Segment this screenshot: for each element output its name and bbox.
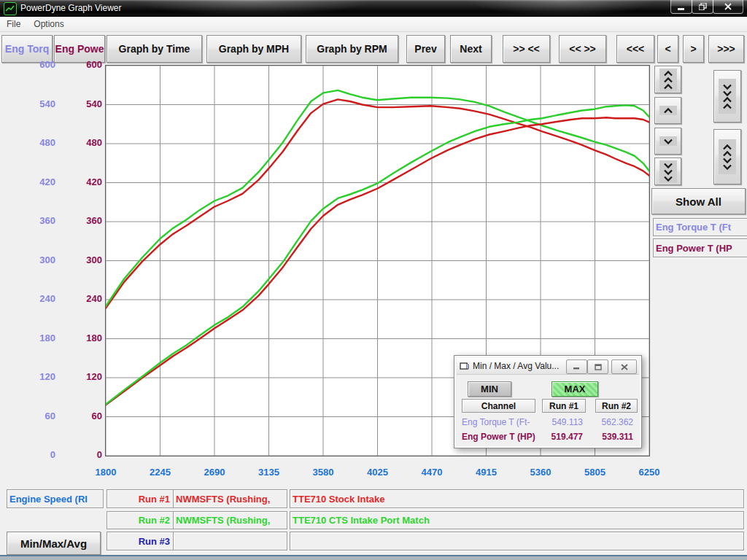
graph-by-mph[interactable]: Graph by MPH bbox=[206, 35, 301, 63]
scale-up-button[interactable] bbox=[654, 97, 681, 124]
menu-options[interactable]: Options bbox=[27, 18, 70, 31]
minmax-avg-button[interactable]: Min/Max/Avg bbox=[7, 532, 101, 555]
menu-bar: FileOptions bbox=[0, 17, 747, 32]
mm-run2-value-2: 539.311 bbox=[589, 432, 633, 443]
mm-minimize-button[interactable] bbox=[566, 359, 587, 374]
rpm-tick-3580: 3580 bbox=[303, 467, 344, 478]
compress-range-button[interactable] bbox=[713, 70, 741, 122]
window-title: PowerDyne Graph Viewer bbox=[20, 3, 122, 13]
titlebar-glass bbox=[467, 0, 657, 16]
power-tick-60: 60 bbox=[73, 411, 102, 421]
rpm-tick-4470: 4470 bbox=[411, 467, 452, 478]
run3-description-field[interactable] bbox=[290, 532, 744, 551]
torque-tick-420: 420 bbox=[26, 177, 55, 187]
graph-by-time[interactable]: Graph by Time bbox=[107, 35, 202, 63]
menu-file[interactable]: File bbox=[0, 18, 27, 31]
titlebar-glass bbox=[131, 0, 372, 16]
column-header-channel[interactable]: Channel bbox=[462, 399, 535, 413]
torque-tick-180: 180 bbox=[26, 333, 55, 343]
minimize-button[interactable] bbox=[670, 0, 692, 14]
show-all-button[interactable]: Show All bbox=[651, 188, 746, 214]
torque-tick-540: 540 bbox=[26, 99, 55, 109]
run2-label-box: Run #2 bbox=[107, 511, 174, 529]
mm-close-button[interactable] bbox=[611, 359, 637, 374]
next-button[interactable]: Next bbox=[450, 35, 492, 63]
mm-run1-value-2: 519.477 bbox=[542, 432, 583, 443]
torque-tick-300: 300 bbox=[26, 255, 55, 265]
expand-range-button[interactable] bbox=[713, 129, 741, 184]
chevron-down-icon bbox=[659, 136, 677, 146]
scale-down-fast-button[interactable] bbox=[654, 158, 681, 185]
minmax-title: Min / Max / Avg Valu... bbox=[473, 361, 559, 371]
close-button[interactable] bbox=[713, 0, 743, 14]
scroll-first-button[interactable]: <<< bbox=[616, 35, 654, 63]
restore-button[interactable] bbox=[692, 0, 713, 14]
rpm-tick-1800: 1800 bbox=[85, 467, 126, 478]
torque-tick-0: 0 bbox=[26, 450, 55, 460]
minmax-window-icon bbox=[460, 362, 469, 370]
power-tick-420: 420 bbox=[73, 177, 102, 187]
minmax-titlebar[interactable]: Min / Max / Avg Valu... bbox=[457, 358, 639, 375]
chevron-triple-up-icon bbox=[659, 69, 677, 91]
mm-run2-value-1: 562.362 bbox=[589, 417, 633, 429]
torque-tick-360: 360 bbox=[26, 216, 55, 226]
run1-dyno-field[interactable]: NWMSFTS (Rushing, bbox=[173, 489, 287, 508]
power-tick-360: 360 bbox=[73, 216, 102, 226]
torque-tick-120: 120 bbox=[26, 372, 55, 382]
power-tick-120: 120 bbox=[73, 372, 102, 382]
title-bar: PowerDyne Graph Viewer bbox=[0, 0, 747, 17]
column-header-run-2[interactable]: Run #2 bbox=[595, 399, 638, 413]
rpm-tick-2245: 2245 bbox=[140, 467, 181, 478]
mm-channel-1: Eng Torque T (Ft- bbox=[462, 417, 542, 429]
run2-dyno-field[interactable]: NWMSFTS (Rushing, bbox=[173, 511, 287, 529]
rpm-tick-4915: 4915 bbox=[466, 467, 507, 478]
power-tick-600: 600 bbox=[73, 60, 102, 70]
run3-dyno-field[interactable] bbox=[173, 532, 287, 551]
run1-description-field[interactable]: TTE710 Stock Intake bbox=[290, 489, 744, 508]
rpm-tick-4025: 4025 bbox=[357, 467, 398, 478]
min-toggle-button[interactable]: MIN bbox=[468, 381, 511, 397]
rpm-tick-2690: 2690 bbox=[194, 467, 235, 478]
mm-channel-2: Eng Power T (HP) bbox=[462, 432, 542, 443]
mm-restore-button[interactable] bbox=[587, 359, 608, 374]
minmax-window: Min / Max / Avg Valu... MIN MAX ChannelR… bbox=[454, 355, 642, 448]
max-toggle-button[interactable]: MAX bbox=[551, 381, 598, 397]
scale-up-fast-button[interactable] bbox=[654, 66, 681, 93]
power-tick-540: 540 bbox=[73, 99, 102, 109]
chevron-triple-down-icon bbox=[659, 160, 677, 183]
run3-label-box: Run #3 bbox=[107, 532, 174, 551]
scroll-right-button[interactable]: > bbox=[683, 35, 704, 63]
power-tick-180: 180 bbox=[73, 333, 102, 343]
torque-tick-60: 60 bbox=[26, 411, 55, 421]
window-bottom-edge bbox=[0, 555, 747, 560]
run1-label-box: Run #1 bbox=[107, 489, 174, 508]
torque-channel-label[interactable]: Eng Torque T (Ft bbox=[653, 218, 747, 236]
chevrons-compress-icon bbox=[719, 79, 736, 114]
graph-by-rpm[interactable]: Graph by RPM bbox=[306, 35, 398, 63]
chevrons-expand-icon bbox=[719, 139, 736, 174]
torque-tick-600: 600 bbox=[26, 60, 55, 70]
scroll-left-button[interactable]: < bbox=[657, 35, 678, 63]
prev-button[interactable]: Prev bbox=[406, 35, 445, 63]
zoom-in-button[interactable]: >> << bbox=[503, 35, 550, 63]
rpm-tick-6250: 6250 bbox=[629, 467, 670, 478]
scroll-last-button[interactable]: >>> bbox=[708, 35, 744, 63]
run2-description-field[interactable]: TTE710 CTS Intake Port Match bbox=[290, 511, 744, 529]
rpm-tick-3135: 3135 bbox=[249, 467, 290, 478]
powerdyne-window: PowerDyne Graph Viewer FileOptions Show … bbox=[0, 0, 747, 560]
x-channel-label[interactable]: Engine Speed (RI bbox=[7, 489, 104, 508]
scale-down-button[interactable] bbox=[654, 128, 681, 155]
torque-tick-480: 480 bbox=[26, 138, 55, 148]
app-icon bbox=[4, 2, 17, 15]
power-tick-300: 300 bbox=[73, 255, 102, 265]
mm-run1-value-1: 549.113 bbox=[542, 417, 583, 429]
power-channel-label[interactable]: Eng Power T (HP bbox=[653, 238, 747, 257]
chevron-up-icon bbox=[659, 106, 677, 115]
rpm-tick-5360: 5360 bbox=[520, 467, 561, 478]
power-tick-0: 0 bbox=[73, 450, 102, 460]
rpm-tick-5805: 5805 bbox=[575, 467, 616, 478]
column-header-run-1[interactable]: Run #1 bbox=[542, 399, 586, 413]
torque-tick-240: 240 bbox=[26, 294, 55, 304]
zoom-out-button[interactable]: << >> bbox=[559, 35, 606, 63]
power-tick-480: 480 bbox=[73, 138, 102, 148]
